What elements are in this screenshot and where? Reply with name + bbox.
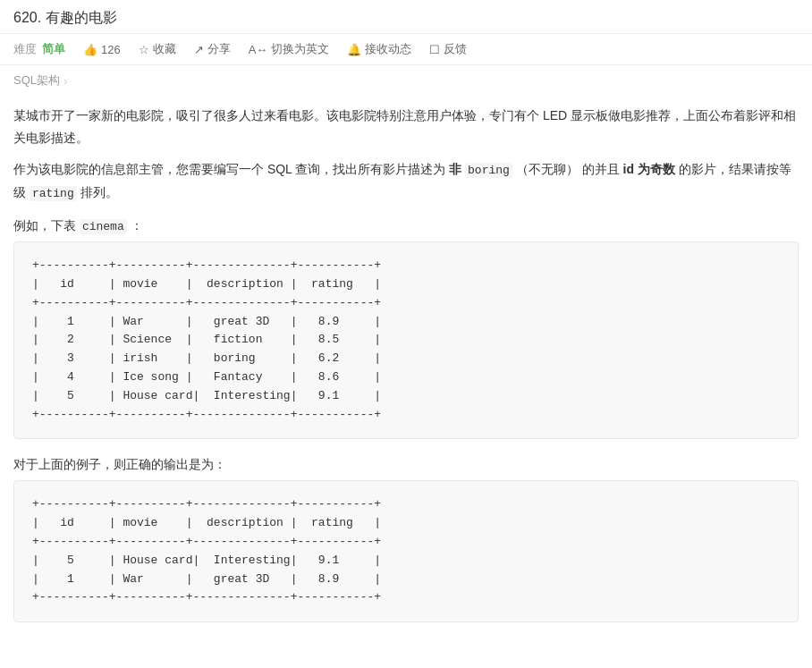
- like-icon: 👍: [83, 43, 97, 56]
- breadcrumb: SQL架构 ›: [0, 65, 812, 96]
- output-table-box: +----------+----------+--------------+--…: [13, 480, 799, 622]
- p2-boring-note: （不无聊）: [516, 162, 579, 176]
- translate-icon: A↔: [249, 43, 268, 56]
- share-icon: ↗: [194, 43, 204, 56]
- example-table: +----------+----------+--------------+--…: [32, 257, 780, 424]
- subscribe-button[interactable]: 🔔 接收动态: [347, 41, 411, 57]
- example-table-box: +----------+----------+--------------+--…: [13, 241, 799, 439]
- p2-end: 排列。: [80, 185, 118, 199]
- difficulty-label: 难度: [13, 41, 37, 57]
- page-title: 620. 有趣的电影: [13, 9, 799, 28]
- output-table: +----------+----------+--------------+--…: [32, 495, 780, 607]
- breadcrumb-link[interactable]: SQL架构: [13, 72, 60, 89]
- p2-boring-code: boring: [465, 163, 512, 178]
- like-button[interactable]: 👍 126: [83, 43, 121, 56]
- content-area: 某城市开了一家新的电影院，吸引了很多人过来看电影。该电影院特别注意用户体验，专门…: [0, 96, 812, 658]
- star-icon: ☆: [139, 43, 149, 56]
- switch-lang-button[interactable]: A↔ 切换为英文: [249, 41, 330, 57]
- title-bar: 620. 有趣的电影: [0, 0, 812, 34]
- p2-middle: 的并且: [582, 162, 620, 176]
- problem-paragraph-1: 某城市开了一家新的电影院，吸引了很多人过来看电影。该电影院特别注意用户体验，专门…: [13, 105, 799, 149]
- difficulty-value: 简单: [42, 41, 65, 57]
- switch-label: 切换为英文: [271, 41, 329, 57]
- p2-odd: 为奇数: [638, 162, 675, 176]
- like-count: 126: [101, 43, 121, 56]
- feedback-button[interactable]: ☐ 反馈: [429, 41, 467, 57]
- feedback-label: 反馈: [444, 41, 467, 57]
- difficulty-item: 难度 简单: [13, 41, 65, 57]
- table-name-code: cinema: [80, 219, 127, 234]
- output-label: 对于上面的例子，则正确的输出是为：: [13, 457, 799, 473]
- bell-icon: 🔔: [347, 43, 361, 56]
- subscribe-label: 接收动态: [365, 41, 411, 57]
- collect-button[interactable]: ☆ 收藏: [139, 41, 176, 57]
- problem-description: 某城市开了一家新的电影院，吸引了很多人过来看电影。该电影院特别注意用户体验，专门…: [13, 105, 799, 204]
- p2-not: 非: [449, 162, 461, 176]
- breadcrumb-separator: ›: [63, 74, 67, 88]
- share-label: 分享: [207, 41, 231, 57]
- problem-paragraph-2: 作为该电影院的信息部主管，您需要编写一个 SQL 查询，找出所有影片描述为 非 …: [13, 158, 799, 204]
- collect-label: 收藏: [153, 41, 176, 57]
- p2-prefix: 作为该电影院的信息部主管，您需要编写一个 SQL 查询，找出所有影片描述为: [13, 162, 445, 176]
- p2-id: id: [623, 162, 634, 176]
- p2-rating-code: rating: [30, 186, 77, 201]
- toolbar: 难度 简单 👍 126 ☆ 收藏 ↗ 分享 A↔ 切换为英文 🔔 接收动态 ☐ …: [0, 34, 812, 65]
- share-button[interactable]: ↗ 分享: [194, 41, 231, 57]
- feedback-icon: ☐: [429, 43, 440, 56]
- example-label: 例如，下表 cinema ：: [13, 218, 799, 234]
